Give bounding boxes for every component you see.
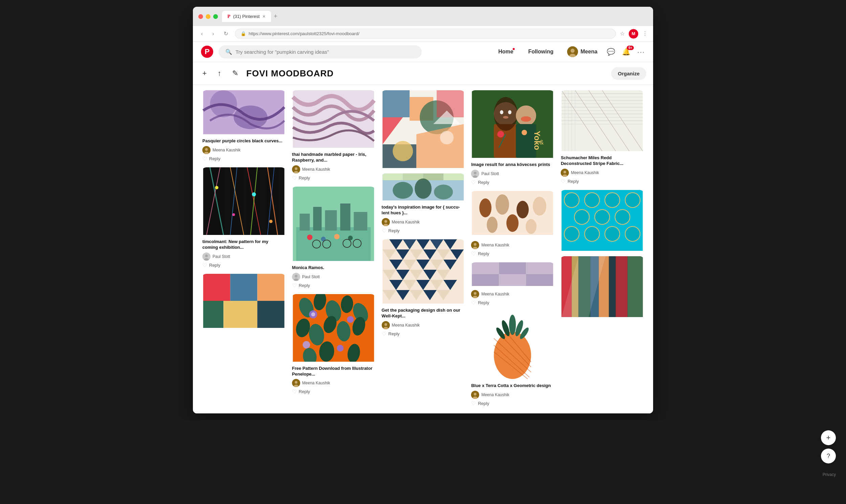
pin-image-svg xyxy=(470,191,555,235)
pin-image-svg xyxy=(559,256,645,317)
pin-user: Meena Kaushik xyxy=(292,165,375,174)
reply-button[interactable]: Reply xyxy=(478,300,489,306)
tab-title: (31) Pinterest xyxy=(233,14,260,19)
board-header: + ↑ ✎ FOVI MOODBOARD Organize xyxy=(193,62,653,85)
pin-image xyxy=(470,191,555,236)
tab-favicon-icon: 𝐏 xyxy=(227,14,230,19)
like-icon[interactable]: ♡ xyxy=(561,178,566,184)
svg-point-158 xyxy=(526,219,537,234)
pin-image xyxy=(559,190,645,252)
pin-image-svg xyxy=(291,186,376,261)
pin-actions: ♡ Reply xyxy=(382,330,465,337)
pin-title: Get the packaging design dish on our Wel… xyxy=(382,308,465,319)
like-icon[interactable]: ♡ xyxy=(471,179,476,185)
pin-image xyxy=(559,256,645,319)
svg-rect-40 xyxy=(325,210,337,231)
like-icon[interactable]: ♡ xyxy=(382,330,386,337)
reply-button[interactable]: Reply xyxy=(299,175,310,181)
user-name: Paul Stott xyxy=(481,172,499,176)
svg-point-52 xyxy=(295,275,297,277)
svg-point-96 xyxy=(384,220,387,223)
reload-button[interactable]: ↻ xyxy=(221,29,231,38)
reply-button[interactable]: Reply xyxy=(478,400,489,407)
active-tab[interactable]: 𝐏 (31) Pinterest ✕ xyxy=(222,11,271,22)
maximize-traffic-light[interactable] xyxy=(213,14,218,19)
forward-button[interactable]: › xyxy=(209,30,217,38)
pin-image-svg xyxy=(470,311,555,379)
tab-close-icon[interactable]: ✕ xyxy=(262,14,266,19)
reply-button[interactable]: Reply xyxy=(568,178,579,184)
minimize-traffic-light[interactable] xyxy=(206,14,210,19)
svg-text:&: & xyxy=(540,139,544,146)
svg-point-139 xyxy=(503,116,508,119)
more-options-button[interactable]: ··· xyxy=(637,48,645,56)
pin-actions: ♡ Reply xyxy=(471,179,554,185)
user-avatar-icon xyxy=(382,218,390,226)
like-icon[interactable]: ♡ xyxy=(202,262,207,268)
like-icon[interactable]: ♡ xyxy=(292,389,297,395)
svg-point-155 xyxy=(533,197,547,216)
nav-home[interactable]: Home xyxy=(494,46,517,57)
close-traffic-light[interactable] xyxy=(198,14,203,19)
pin-image-svg xyxy=(291,90,376,148)
upload-pin-button[interactable]: ↑ xyxy=(215,66,224,80)
like-icon[interactable]: ♡ xyxy=(471,400,476,407)
like-icon[interactable]: ♡ xyxy=(382,228,386,234)
svg-point-45 xyxy=(334,234,340,239)
svg-rect-77 xyxy=(382,90,410,117)
search-bar[interactable]: 🔍 xyxy=(219,45,422,58)
svg-point-154 xyxy=(517,201,529,218)
like-icon[interactable]: ♡ xyxy=(292,282,297,289)
organize-button[interactable]: Organize xyxy=(611,67,646,80)
search-input[interactable] xyxy=(236,49,415,55)
svg-rect-39 xyxy=(313,207,322,231)
notifications-bell[interactable]: 🔔 9+ xyxy=(622,48,631,56)
new-tab-button[interactable]: + xyxy=(274,13,277,20)
nav-following[interactable]: Following xyxy=(524,46,558,57)
svg-point-179 xyxy=(509,315,516,335)
pinterest-logo[interactable]: P xyxy=(201,46,213,58)
search-icon: 🔍 xyxy=(225,49,232,55)
pin-image xyxy=(470,311,555,380)
bookmark-icon[interactable]: ☆ xyxy=(620,31,625,37)
pin-user: Meena Kaushik xyxy=(471,290,554,298)
reply-button[interactable]: Reply xyxy=(389,228,400,234)
like-icon[interactable]: ♡ xyxy=(202,156,207,162)
reply-button[interactable]: Reply xyxy=(478,179,489,185)
svg-point-19 xyxy=(232,213,235,216)
svg-point-69 xyxy=(337,345,344,352)
title-bar: 𝐏 (31) Pinterest ✕ + xyxy=(193,7,653,26)
svg-rect-164 xyxy=(499,262,526,274)
reply-button[interactable]: Reply xyxy=(389,330,400,337)
pin-image-svg xyxy=(380,174,466,200)
reply-button[interactable]: Reply xyxy=(478,251,489,257)
url-bar[interactable]: 🔒 https://www.pinterest.com/paulstott232… xyxy=(235,29,616,38)
messages-icon[interactable]: 💬 xyxy=(607,48,615,56)
edit-board-button[interactable]: ✎ xyxy=(229,66,241,80)
pin-card: timcolmant: New pattern for my coming ex… xyxy=(201,167,287,270)
reply-button[interactable]: Reply xyxy=(209,262,220,268)
like-icon[interactable]: ♡ xyxy=(471,300,476,306)
pin-image xyxy=(559,90,645,152)
back-button[interactable]: ‹ xyxy=(198,30,205,38)
reply-button[interactable]: Reply xyxy=(209,156,220,162)
svg-rect-30 xyxy=(223,301,257,328)
svg-point-131 xyxy=(384,323,387,326)
like-icon[interactable]: ♡ xyxy=(292,175,297,181)
like-icon[interactable]: ♡ xyxy=(471,251,476,257)
svg-rect-166 xyxy=(472,274,499,286)
svg-rect-31 xyxy=(257,301,284,328)
pin-title: timcolmant: New pattern for my coming ex… xyxy=(202,239,285,251)
pin-actions: ♡ Reply xyxy=(471,251,554,257)
reply-button[interactable]: Reply xyxy=(299,282,310,289)
user-name: Paul Stott xyxy=(302,274,320,279)
pin-user: Meena Kaushik xyxy=(382,321,465,329)
add-pin-button[interactable]: + xyxy=(200,66,209,80)
reply-button[interactable]: Reply xyxy=(299,389,310,395)
svg-point-140 xyxy=(516,106,536,126)
header-user[interactable]: Meena xyxy=(565,45,600,58)
browser-menu-icon[interactable]: ⋮ xyxy=(642,31,648,37)
browser-avatar[interactable]: M xyxy=(629,29,638,38)
pin-actions: ♡ Reply xyxy=(561,178,644,184)
svg-point-170 xyxy=(474,292,477,295)
